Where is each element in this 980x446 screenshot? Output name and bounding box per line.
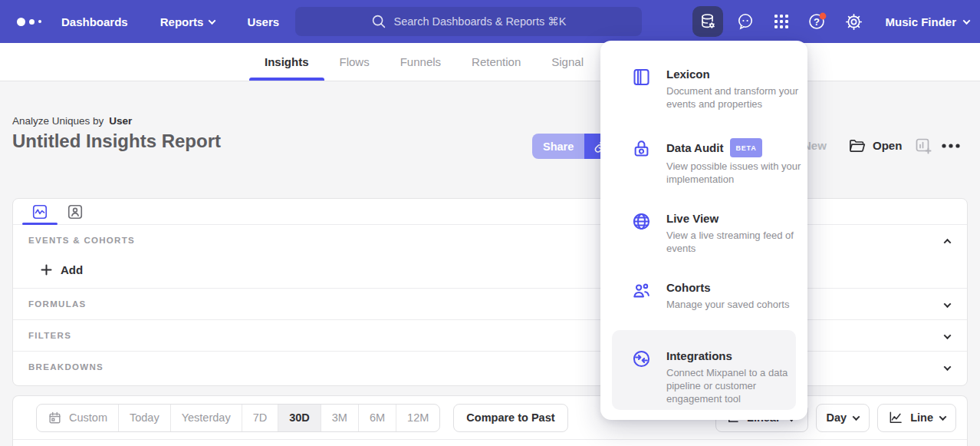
calendar-icon — [48, 411, 62, 425]
add-event-button[interactable]: Add — [41, 263, 83, 276]
tab-events-view[interactable] — [22, 199, 58, 224]
add-label: Add — [61, 263, 83, 276]
interval-dropdown[interactable]: Day — [816, 404, 870, 432]
menu-item-data-audit[interactable]: Data Audit BETA View possible issues wit… — [612, 138, 796, 211]
menu-item-live-view[interactable]: Live View View a live streaming feed of … — [612, 211, 796, 280]
chart-type-dropdown[interactable]: Line — [877, 404, 956, 432]
mixpanel-logo-icon[interactable] — [17, 18, 48, 26]
search-input[interactable] — [394, 15, 567, 28]
range-6m-button[interactable]: 6M — [358, 405, 396, 431]
folder-open-icon — [848, 137, 866, 154]
chevron-down-icon — [853, 413, 860, 421]
builder-icon-tabs — [13, 199, 967, 225]
chevron-down-icon — [945, 297, 950, 311]
date-toolbar: Custom Today Yesterday 7D 30D 3M 6M 12M … — [13, 396, 967, 440]
project-switcher[interactable]: Music Finder — [885, 15, 969, 28]
integrations-sync-icon — [631, 349, 652, 369]
menu-item-title-text: Data Audit — [666, 140, 723, 156]
range-3m-button[interactable]: 3M — [321, 405, 358, 431]
menu-item-desc: View possible issues with your implement… — [666, 160, 803, 186]
chevron-up-icon[interactable] — [945, 233, 950, 247]
tab-users-view[interactable] — [58, 199, 93, 224]
beta-badge: BETA — [730, 138, 761, 157]
tab-signal[interactable]: Signal — [536, 43, 599, 81]
settings-gear-icon[interactable] — [840, 8, 867, 35]
nav-reports-label: Reports — [160, 15, 204, 28]
range-yesterday-button[interactable]: Yesterday — [170, 405, 242, 431]
search-icon — [371, 14, 386, 29]
menu-item-title: Lexicon — [666, 67, 803, 82]
section-filters[interactable]: FILTERS — [13, 319, 967, 351]
topnav-right-cluster: ? Music Finder — [692, 0, 969, 43]
nav-reports[interactable]: Reports — [160, 15, 215, 28]
tab-flows[interactable]: Flows — [324, 43, 385, 81]
formulas-label: FORMULAS — [28, 299, 87, 309]
range-custom-button[interactable]: Custom — [37, 405, 118, 431]
events-cohorts-label: EVENTS & COHORTS — [28, 236, 135, 245]
tab-funnels[interactable]: Funnels — [385, 43, 456, 81]
range-30d-button[interactable]: 30D — [278, 405, 321, 431]
range-7d-button[interactable]: 7D — [242, 405, 278, 431]
range-12m-button[interactable]: 12M — [396, 405, 439, 431]
menu-item-title: Data Audit BETA — [666, 138, 803, 157]
project-name: Music Finder — [885, 15, 956, 28]
lexicon-book-icon — [631, 67, 652, 88]
line-chart-icon — [888, 410, 903, 425]
section-events-cohorts[interactable]: EVENTS & COHORTS — [13, 225, 967, 251]
tab-insights[interactable]: Insights — [249, 43, 324, 81]
main-content: Analyze Uniques byUser Untitled Insights… — [0, 81, 980, 446]
add-to-dashboard-icon[interactable] — [914, 137, 932, 155]
interval-label: Day — [827, 411, 847, 424]
menu-item-desc: View a live streaming feed of events — [666, 229, 803, 255]
data-management-icon[interactable] — [692, 6, 723, 37]
chevron-down-icon — [963, 17, 971, 25]
menu-item-lexicon[interactable]: Lexicon Document and transform your even… — [612, 67, 796, 138]
report-tabbar: Insights Flows Funnels Retention Signal … — [0, 43, 980, 81]
pulse-chart-icon — [31, 203, 48, 220]
open-label: Open — [873, 139, 902, 152]
menu-item-title: Live View — [666, 211, 803, 226]
chevron-down-icon — [945, 360, 950, 374]
menu-item-integrations[interactable]: Integrations Connect Mixpanel to a data … — [612, 330, 796, 410]
page-title[interactable]: Untitled Insights Report — [12, 130, 221, 152]
query-builder-panel: EVENTS & COHORTS Add FORMULAS FILTERS — [12, 198, 968, 386]
help-icon[interactable]: ? — [804, 8, 831, 35]
chat-icon[interactable] — [732, 8, 759, 35]
cohorts-people-icon — [631, 280, 652, 301]
menu-item-desc: Document and transform your events and p… — [666, 84, 803, 111]
chevron-down-icon — [945, 329, 950, 342]
more-options-button[interactable] — [941, 143, 961, 149]
section-formulas[interactable]: FORMULAS — [13, 288, 967, 319]
lock-icon — [631, 138, 652, 159]
global-search[interactable] — [295, 7, 642, 36]
subtitle-prefix: Analyze Uniques by — [12, 115, 104, 127]
open-report-button[interactable]: Open — [848, 137, 902, 154]
data-management-menu: Lexicon Document and transform your even… — [600, 41, 807, 420]
breakdowns-label: BREAKDOWNS — [28, 362, 104, 372]
chevron-down-icon — [209, 17, 216, 25]
analyze-entity-selector[interactable]: User — [109, 115, 132, 127]
tab-retention[interactable]: Retention — [456, 43, 536, 81]
plus-icon — [41, 264, 52, 276]
notification-dot — [820, 13, 827, 20]
chart-panel: Custom Today Yesterday 7D 30D 3M 6M 12M … — [12, 395, 968, 446]
range-today-button[interactable]: Today — [118, 405, 170, 431]
ellipsis-icon — [941, 143, 961, 149]
menu-item-cohorts[interactable]: Cohorts Manage your saved cohorts — [612, 280, 796, 330]
compare-to-past-button[interactable]: Compare to Past — [453, 404, 567, 432]
range-label: Custom — [69, 411, 107, 424]
person-icon — [67, 203, 84, 220]
app-window: Dashboards Reports Users — [0, 0, 980, 446]
primary-nav: Dashboards Reports Users — [61, 15, 279, 28]
svg-text:?: ? — [814, 16, 821, 28]
section-breakdowns[interactable]: BREAKDOWNS — [13, 351, 967, 382]
menu-item-desc: Connect Mixpanel to a data pipeline or c… — [666, 366, 803, 405]
share-button[interactable]: Share — [532, 134, 584, 159]
nav-users[interactable]: Users — [247, 15, 279, 28]
nav-dashboards[interactable]: Dashboards — [61, 15, 128, 28]
filters-label: FILTERS — [28, 331, 71, 340]
apps-grid-icon[interactable] — [768, 8, 795, 35]
menu-item-title: Integrations — [666, 349, 803, 364]
globe-icon — [631, 211, 652, 232]
chart-type-label: Line — [910, 411, 933, 424]
